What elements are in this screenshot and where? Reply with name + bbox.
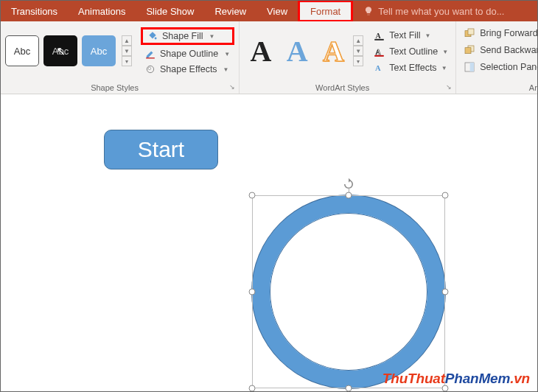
ribbon-tabs: Transitions Animations Slide Show Review… xyxy=(1,1,537,21)
group-arrange: Bring Forward Send Backward Selection Pa… xyxy=(456,21,537,94)
tell-me-search[interactable]: Tell me what you want to do... xyxy=(353,1,504,21)
rounded-rect-shape[interactable]: Start xyxy=(104,130,218,169)
selected-circle-shape[interactable] xyxy=(252,195,445,388)
tell-me-placeholder: Tell me what you want to do... xyxy=(378,6,504,17)
shape-style-preset-2[interactable]: ↖Abc xyxy=(43,35,77,66)
tab-format[interactable]: Format xyxy=(298,1,353,21)
svg-rect-5 xyxy=(374,38,384,40)
caret-down-icon: ▼ xyxy=(223,66,229,73)
resize-handle-n[interactable] xyxy=(346,192,352,199)
dialog-launcher-icon[interactable]: ↘ xyxy=(228,83,237,91)
text-effects-button[interactable]: A Text Effects▼ xyxy=(371,61,451,75)
paint-bucket-icon xyxy=(147,31,158,41)
bring-forward-button[interactable]: Bring Forward xyxy=(461,26,537,41)
dialog-launcher-icon[interactable]: ↘ xyxy=(444,83,453,91)
bring-forward-icon xyxy=(464,27,475,39)
gallery-more-icon[interactable]: ▾ xyxy=(353,56,363,66)
caret-down-icon: ▼ xyxy=(224,51,230,57)
svg-rect-14 xyxy=(470,63,474,71)
effects-icon xyxy=(145,64,156,74)
group-label-wordart: WordArt Styles xyxy=(240,83,445,92)
tab-review[interactable]: Review xyxy=(204,1,256,21)
shape-effects-button[interactable]: Shape Effects▼ xyxy=(141,63,234,76)
tab-transitions[interactable]: Transitions xyxy=(1,1,68,21)
selection-pane-icon xyxy=(464,61,475,73)
selection-pane-button[interactable]: Selection Pane xyxy=(461,60,537,74)
send-backward-button[interactable]: Send Backward xyxy=(461,43,537,57)
gallery-more-icon[interactable]: ▾ xyxy=(122,56,132,66)
wordart-preset-2[interactable]: A xyxy=(281,31,314,71)
svg-text:A: A xyxy=(376,47,382,55)
tab-animations[interactable]: Animations xyxy=(68,1,136,21)
gallery-down-icon[interactable]: ▼ xyxy=(122,46,132,56)
lightbulb-icon xyxy=(363,6,374,16)
svg-rect-12 xyxy=(465,48,471,54)
svg-rect-10 xyxy=(468,29,474,35)
send-backward-icon xyxy=(464,44,475,56)
wordart-preset-1[interactable]: A xyxy=(244,31,277,71)
wordart-gallery-nav: ▲ ▼ ▾ xyxy=(353,35,363,66)
text-fill-icon: A xyxy=(374,30,385,41)
resize-handle-w[interactable] xyxy=(249,289,256,295)
svg-point-0 xyxy=(155,37,157,39)
gallery-up-icon[interactable]: ▲ xyxy=(353,35,363,46)
resize-handle-nw[interactable] xyxy=(249,192,256,199)
wordart-preset-3[interactable]: A xyxy=(317,31,350,71)
group-label-arrange: Arran xyxy=(456,83,537,92)
resize-handle-s[interactable] xyxy=(346,385,352,392)
shape-style-preset-3[interactable]: Abc xyxy=(82,35,116,66)
gallery-down-icon[interactable]: ▼ xyxy=(353,46,363,56)
resize-handle-ne[interactable] xyxy=(442,192,449,199)
group-label-shape-styles: Shape Styles xyxy=(1,83,228,92)
pencil-icon xyxy=(145,49,156,59)
slide-canvas[interactable]: Start ThuThuatPhanMem.vn xyxy=(1,94,537,391)
caret-down-icon: ▼ xyxy=(209,33,215,40)
group-shape-styles: Abc ↖Abc Abc ▲ ▼ ▾ Shape Fill▼ Shape Out… xyxy=(1,21,240,94)
svg-rect-1 xyxy=(146,57,155,58)
resize-handle-e[interactable] xyxy=(442,289,449,295)
caret-down-icon: ▼ xyxy=(425,32,431,39)
shape-text: Start xyxy=(138,137,184,162)
group-wordart-styles: A A A ▲ ▼ ▾ A Text Fill▼ A Text Outline▼… xyxy=(240,21,456,94)
svg-text:A: A xyxy=(376,31,382,39)
svg-point-3 xyxy=(148,67,151,70)
shape-fill-button[interactable]: Shape Fill▼ xyxy=(141,27,234,45)
resize-handle-sw[interactable] xyxy=(249,385,256,392)
text-fill-button[interactable]: A Text Fill▼ xyxy=(371,29,451,43)
svg-text:A: A xyxy=(375,64,381,72)
watermark: ThuThuatPhanMem.vn xyxy=(382,371,530,387)
tab-slideshow[interactable]: Slide Show xyxy=(136,1,204,21)
caret-down-icon: ▼ xyxy=(442,49,448,55)
selection-frame xyxy=(252,195,445,388)
svg-rect-7 xyxy=(374,55,384,56)
text-outline-button[interactable]: A Text Outline▼ xyxy=(371,45,451,59)
ribbon: Abc ↖Abc Abc ▲ ▼ ▾ Shape Fill▼ Shape Out… xyxy=(1,21,537,94)
shape-style-preset-1[interactable]: Abc xyxy=(5,35,39,66)
tab-view[interactable]: View xyxy=(256,1,298,21)
text-effects-icon: A xyxy=(374,63,385,74)
gallery-up-icon[interactable]: ▲ xyxy=(122,35,132,46)
caret-down-icon: ▼ xyxy=(441,65,447,71)
shape-style-gallery-nav: ▲ ▼ ▾ xyxy=(122,35,132,66)
text-outline-icon: A xyxy=(374,46,385,57)
shape-outline-button[interactable]: Shape Outline▼ xyxy=(141,47,234,60)
